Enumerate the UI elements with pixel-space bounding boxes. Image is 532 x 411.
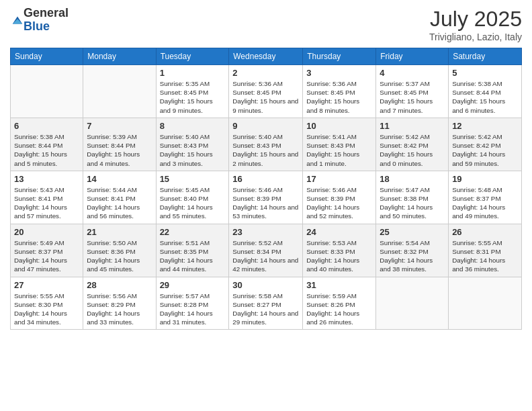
day-info: Sunrise: 5:40 AM Sunset: 8:43 PM Dayligh… xyxy=(160,132,226,168)
day-info: Sunrise: 5:50 AM Sunset: 8:36 PM Dayligh… xyxy=(87,238,152,274)
day-number: 23 xyxy=(232,227,299,237)
day-number: 11 xyxy=(380,121,445,131)
day-number: 19 xyxy=(452,174,518,184)
calendar-table: Sunday Monday Tuesday Wednesday Thursday… xyxy=(10,48,522,330)
day-number: 6 xyxy=(14,121,79,131)
calendar-cell: 31Sunrise: 5:59 AM Sunset: 8:26 PM Dayli… xyxy=(303,277,376,330)
day-info: Sunrise: 5:37 AM Sunset: 8:45 PM Dayligh… xyxy=(380,79,445,115)
logo-general-text: General xyxy=(24,6,69,19)
day-info: Sunrise: 5:35 AM Sunset: 8:45 PM Dayligh… xyxy=(160,79,226,115)
day-info: Sunrise: 5:59 AM Sunset: 8:26 PM Dayligh… xyxy=(306,291,372,327)
day-number: 17 xyxy=(306,174,372,184)
calendar-cell: 8Sunrise: 5:40 AM Sunset: 8:43 PM Daylig… xyxy=(156,118,229,171)
day-info: Sunrise: 5:58 AM Sunset: 8:27 PM Dayligh… xyxy=(232,291,299,327)
calendar-cell xyxy=(11,65,83,118)
logo: General Blue xyxy=(10,7,69,34)
day-info: Sunrise: 5:54 AM Sunset: 8:32 PM Dayligh… xyxy=(380,238,445,274)
calendar-cell: 2Sunrise: 5:36 AM Sunset: 8:45 PM Daylig… xyxy=(229,65,303,118)
logo-blue-text: Blue xyxy=(24,19,50,33)
calendar-cell: 9Sunrise: 5:40 AM Sunset: 8:43 PM Daylig… xyxy=(229,118,303,171)
day-number: 21 xyxy=(87,227,152,237)
day-info: Sunrise: 5:36 AM Sunset: 8:45 PM Dayligh… xyxy=(232,79,299,115)
day-info: Sunrise: 5:55 AM Sunset: 8:30 PM Dayligh… xyxy=(14,291,79,327)
calendar-cell: 19Sunrise: 5:48 AM Sunset: 8:37 PM Dayli… xyxy=(449,171,522,224)
day-number: 7 xyxy=(87,121,152,131)
day-number: 2 xyxy=(232,68,299,78)
calendar-cell: 25Sunrise: 5:54 AM Sunset: 8:32 PM Dayli… xyxy=(376,224,449,277)
title-location: Trivigliano, Lazio, Italy xyxy=(429,32,522,42)
day-info: Sunrise: 5:38 AM Sunset: 8:44 PM Dayligh… xyxy=(14,132,79,168)
day-info: Sunrise: 5:43 AM Sunset: 8:41 PM Dayligh… xyxy=(14,185,79,221)
header: General Blue July 2025 Trivigliano, Lazi… xyxy=(10,7,522,42)
day-number: 10 xyxy=(306,121,372,131)
calendar-cell: 24Sunrise: 5:53 AM Sunset: 8:33 PM Dayli… xyxy=(303,224,376,277)
day-info: Sunrise: 5:55 AM Sunset: 8:31 PM Dayligh… xyxy=(452,238,518,274)
svg-marker-1 xyxy=(13,19,22,24)
title-area: July 2025 Trivigliano, Lazio, Italy xyxy=(429,7,522,42)
calendar-cell: 23Sunrise: 5:52 AM Sunset: 8:34 PM Dayli… xyxy=(229,224,303,277)
calendar-cell: 15Sunrise: 5:45 AM Sunset: 8:40 PM Dayli… xyxy=(156,171,229,224)
calendar-cell: 11Sunrise: 5:42 AM Sunset: 8:42 PM Dayli… xyxy=(376,118,449,171)
day-info: Sunrise: 5:39 AM Sunset: 8:44 PM Dayligh… xyxy=(87,132,152,168)
calendar-cell: 18Sunrise: 5:47 AM Sunset: 8:38 PM Dayli… xyxy=(376,171,449,224)
day-info: Sunrise: 5:40 AM Sunset: 8:43 PM Dayligh… xyxy=(232,132,299,168)
col-friday: Friday xyxy=(376,48,449,65)
calendar-cell xyxy=(376,277,449,330)
day-info: Sunrise: 5:42 AM Sunset: 8:42 PM Dayligh… xyxy=(452,132,518,168)
calendar-week-row: 1Sunrise: 5:35 AM Sunset: 8:45 PM Daylig… xyxy=(11,65,522,118)
day-number: 28 xyxy=(87,280,152,290)
day-number: 13 xyxy=(14,174,79,184)
page: General Blue July 2025 Trivigliano, Lazi… xyxy=(0,0,532,411)
day-number: 31 xyxy=(306,280,372,290)
day-info: Sunrise: 5:52 AM Sunset: 8:34 PM Dayligh… xyxy=(232,238,299,274)
calendar-cell: 28Sunrise: 5:56 AM Sunset: 8:29 PM Dayli… xyxy=(83,277,156,330)
day-number: 4 xyxy=(380,68,445,78)
day-info: Sunrise: 5:46 AM Sunset: 8:39 PM Dayligh… xyxy=(232,185,299,221)
day-info: Sunrise: 5:38 AM Sunset: 8:44 PM Dayligh… xyxy=(452,79,518,115)
col-sunday: Sunday xyxy=(11,48,83,65)
day-number: 18 xyxy=(380,174,445,184)
header-row: Sunday Monday Tuesday Wednesday Thursday… xyxy=(11,48,522,65)
calendar-cell: 12Sunrise: 5:42 AM Sunset: 8:42 PM Dayli… xyxy=(449,118,522,171)
day-info: Sunrise: 5:57 AM Sunset: 8:28 PM Dayligh… xyxy=(160,291,226,327)
calendar-cell: 27Sunrise: 5:55 AM Sunset: 8:30 PM Dayli… xyxy=(11,277,83,330)
day-number: 9 xyxy=(232,121,299,131)
calendar-cell xyxy=(449,277,522,330)
logo-icon xyxy=(11,14,24,26)
day-info: Sunrise: 5:44 AM Sunset: 8:41 PM Dayligh… xyxy=(87,185,152,221)
calendar-cell: 17Sunrise: 5:46 AM Sunset: 8:39 PM Dayli… xyxy=(303,171,376,224)
day-number: 29 xyxy=(160,280,226,290)
day-number: 3 xyxy=(306,68,372,78)
calendar-cell: 20Sunrise: 5:49 AM Sunset: 8:37 PM Dayli… xyxy=(11,224,83,277)
day-number: 25 xyxy=(380,227,445,237)
calendar-cell: 26Sunrise: 5:55 AM Sunset: 8:31 PM Dayli… xyxy=(449,224,522,277)
calendar-cell: 1Sunrise: 5:35 AM Sunset: 8:45 PM Daylig… xyxy=(156,65,229,118)
day-number: 22 xyxy=(160,227,226,237)
day-info: Sunrise: 5:36 AM Sunset: 8:45 PM Dayligh… xyxy=(306,79,372,115)
day-number: 15 xyxy=(160,174,226,184)
calendar-week-row: 20Sunrise: 5:49 AM Sunset: 8:37 PM Dayli… xyxy=(11,224,522,277)
calendar-week-row: 13Sunrise: 5:43 AM Sunset: 8:41 PM Dayli… xyxy=(11,171,522,224)
col-saturday: Saturday xyxy=(449,48,522,65)
day-info: Sunrise: 5:49 AM Sunset: 8:37 PM Dayligh… xyxy=(14,238,79,274)
day-number: 14 xyxy=(87,174,152,184)
day-number: 5 xyxy=(452,68,518,78)
day-info: Sunrise: 5:46 AM Sunset: 8:39 PM Dayligh… xyxy=(306,185,372,221)
day-number: 20 xyxy=(14,227,79,237)
calendar-cell: 16Sunrise: 5:46 AM Sunset: 8:39 PM Dayli… xyxy=(229,171,303,224)
col-tuesday: Tuesday xyxy=(156,48,229,65)
day-info: Sunrise: 5:45 AM Sunset: 8:40 PM Dayligh… xyxy=(160,185,226,221)
day-info: Sunrise: 5:53 AM Sunset: 8:33 PM Dayligh… xyxy=(306,238,372,274)
calendar-cell: 30Sunrise: 5:58 AM Sunset: 8:27 PM Dayli… xyxy=(229,277,303,330)
day-number: 12 xyxy=(452,121,518,131)
day-info: Sunrise: 5:51 AM Sunset: 8:35 PM Dayligh… xyxy=(160,238,226,274)
calendar-cell: 5Sunrise: 5:38 AM Sunset: 8:44 PM Daylig… xyxy=(449,65,522,118)
day-number: 30 xyxy=(232,280,299,290)
calendar-cell: 29Sunrise: 5:57 AM Sunset: 8:28 PM Dayli… xyxy=(156,277,229,330)
calendar-cell: 3Sunrise: 5:36 AM Sunset: 8:45 PM Daylig… xyxy=(303,65,376,118)
calendar-cell: 21Sunrise: 5:50 AM Sunset: 8:36 PM Dayli… xyxy=(83,224,156,277)
calendar-cell: 10Sunrise: 5:41 AM Sunset: 8:43 PM Dayli… xyxy=(303,118,376,171)
day-info: Sunrise: 5:42 AM Sunset: 8:42 PM Dayligh… xyxy=(380,132,445,168)
day-number: 8 xyxy=(160,121,226,131)
calendar-cell xyxy=(83,65,156,118)
